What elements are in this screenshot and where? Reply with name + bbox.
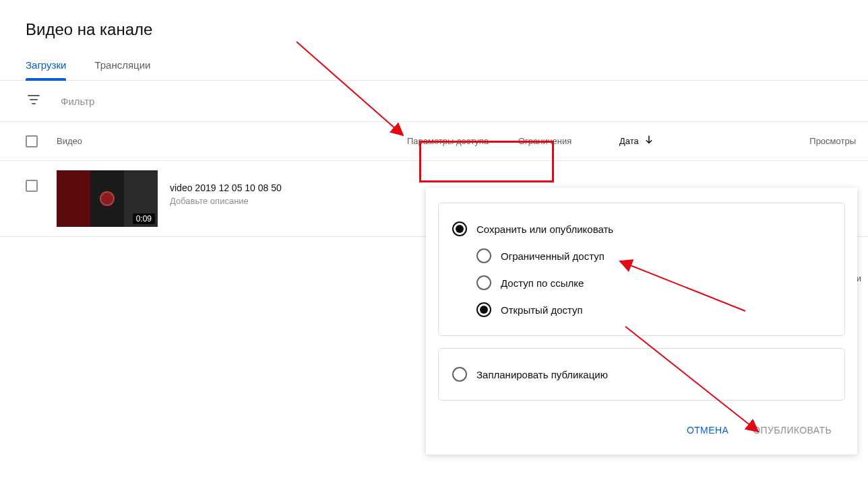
radio-icon	[476, 248, 491, 263]
popup-actions: ОТМЕНА ОПУБЛИКОВАТЬ	[438, 413, 845, 445]
radio-label: Открытый доступ	[501, 304, 583, 316]
row-checkbox[interactable]	[26, 180, 38, 192]
radio-label: Сохранить или опубликовать	[476, 224, 613, 235]
radio-label: Запланировать публикацию	[476, 369, 608, 380]
radio-icon	[452, 367, 467, 382]
column-access[interactable]: Параметры доступа	[407, 136, 518, 146]
tab-live[interactable]: Трансляции	[94, 53, 150, 80]
video-title[interactable]: video 2019 12 05 10 08 50	[170, 182, 282, 193]
video-description-placeholder[interactable]: Добавьте описание	[170, 196, 282, 206]
video-meta: video 2019 12 05 10 08 50 Добавьте описа…	[170, 170, 282, 206]
radio-icon	[452, 221, 467, 236]
radio-label: Ограниченный доступ	[501, 250, 604, 262]
radio-schedule[interactable]: Запланировать публикацию	[452, 361, 831, 388]
page-title: Видео на канале	[0, 0, 868, 53]
schedule-group: Запланировать публикацию	[438, 348, 845, 401]
radio-icon	[476, 302, 491, 317]
radio-unlisted[interactable]: Доступ по ссылке	[476, 269, 831, 296]
select-all-checkbox[interactable]	[26, 135, 38, 147]
arrow-down-icon	[643, 134, 655, 148]
thumbnail-logo-icon	[100, 191, 115, 206]
column-video: Видео	[57, 136, 407, 146]
radio-label: Доступ по ссылке	[501, 277, 584, 289]
save-publish-group: Сохранить или опубликовать Ограниченный …	[438, 203, 845, 336]
column-date[interactable]: Дата	[619, 134, 714, 148]
column-views[interactable]: Просмотры	[809, 136, 856, 146]
cancel-button[interactable]: ОТМЕНА	[683, 419, 733, 441]
tabs: Загрузки Трансляции	[0, 53, 868, 81]
column-restrictions[interactable]: Ограничения	[518, 136, 619, 146]
column-date-label: Дата	[619, 136, 639, 146]
visibility-popup: Сохранить или опубликовать Ограниченный …	[426, 188, 857, 454]
publish-button[interactable]: ОПУБЛИКОВАТЬ	[749, 419, 836, 441]
radio-public[interactable]: Открытый доступ	[476, 296, 831, 323]
video-thumbnail[interactable]: 0:09	[57, 170, 158, 227]
tab-uploads[interactable]: Загрузки	[26, 53, 66, 80]
radio-save-or-publish[interactable]: Сохранить или опубликовать	[452, 215, 831, 242]
filter-icon[interactable]	[26, 92, 42, 110]
table-header: Видео Параметры доступа Ограничения Дата…	[0, 122, 868, 161]
filter-input[interactable]	[61, 96, 263, 107]
video-duration: 0:09	[133, 213, 155, 224]
filter-bar	[0, 81, 868, 122]
radio-private[interactable]: Ограниченный доступ	[476, 242, 831, 269]
radio-icon	[476, 275, 491, 290]
